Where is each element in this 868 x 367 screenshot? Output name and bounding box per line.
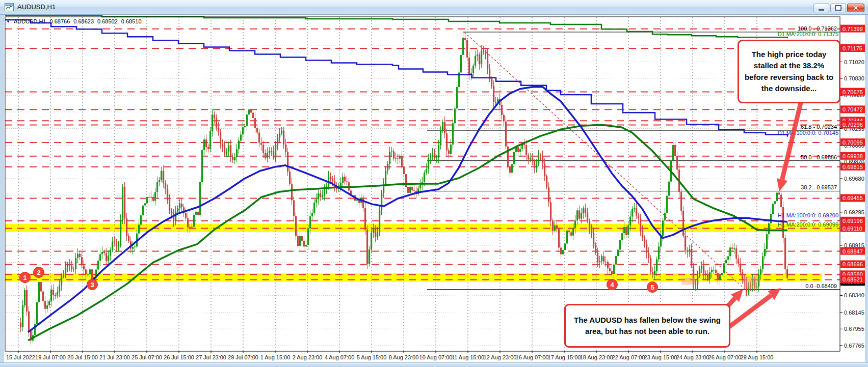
key-level-label: 0.70095 — [843, 139, 863, 146]
swing-marker-1: 1 — [19, 272, 31, 283]
time-label: 12 Aug 23:00 — [484, 354, 517, 360]
title-bar[interactable]: AUDUSD,H1 ✕ — [0, 0, 868, 15]
time-label: 25 Jul 07:00 — [131, 354, 162, 360]
time-label: 23 Aug 15:00 — [644, 354, 677, 360]
price-label: 0.68340 — [844, 292, 864, 298]
key-level-label: 0.71399 — [843, 26, 863, 32]
price-label: 0.70830 — [844, 75, 864, 81]
time-label: 16 Aug 07:00 — [516, 354, 549, 360]
time-label: 2 Aug 23:00 — [293, 354, 323, 360]
price-label: 0.69295 — [844, 209, 864, 215]
chart-icon — [5, 3, 14, 11]
fib-label: 50.0 - 0.69886 — [801, 154, 837, 160]
restore-button[interactable] — [830, 4, 846, 12]
time-label: 4 Aug 07:00 — [325, 354, 355, 360]
symbol-dropdown-icon[interactable]: ▼ — [6, 19, 10, 24]
time-label: 8 Aug 23:00 — [389, 354, 419, 360]
fib-label: 61.8 - 0.70234 — [801, 124, 837, 130]
key-level-label: 0.70472 — [843, 106, 863, 112]
time-label: 15 Jul 2022 — [6, 354, 35, 360]
annotation-bottom-text: The AUDUSD has fallen below the swing ar… — [570, 315, 725, 337]
annotation-top-box: The high price today stalled at the 38.2… — [738, 40, 840, 103]
key-level-label: 0.68847 — [843, 248, 863, 255]
h1ma200-label: H1 MA:200:0:0: 0.69099 — [778, 221, 838, 228]
swing-marker-3: 3 — [87, 279, 98, 290]
key-level-label: 0.68521 — [843, 276, 863, 283]
key-level-label: 0.69110 — [843, 225, 862, 232]
ohlc-high: 0.68623 — [73, 18, 94, 24]
ohlc-low: 0.68502 — [97, 18, 118, 24]
window-title: AUDUSD,H1 — [17, 3, 56, 11]
h1ma100-label: H1 MA:100:0:0: 0.69200 — [778, 212, 838, 218]
restore-icon — [835, 5, 841, 11]
time-label: 24 Aug 23:00 — [676, 354, 709, 360]
time-label: 10 Aug 07:00 — [419, 354, 453, 360]
chart-panel: 0.710200.708300.706350.702550.700600.698… — [4, 15, 865, 362]
price-label: 0.67955 — [844, 326, 864, 332]
minimize-button[interactable] — [813, 4, 829, 12]
swing-marker-5: 5 — [647, 281, 658, 293]
application-window: AUDUSD,H1 ✕ 0.710200.708300.706350.70255… — [0, 0, 868, 367]
annotation-bottom-box: The AUDUSD has fallen below the swing ar… — [564, 304, 730, 348]
price-label: 0.68145 — [844, 309, 864, 316]
ohlc-symbol: AUDUSD,H1 — [14, 18, 46, 24]
time-label: 11 Aug 15:00 — [452, 354, 484, 360]
time-label: 18 Aug 23:00 — [580, 354, 613, 360]
swing-marker-4: 4 — [607, 279, 618, 290]
price-label: 0.69680 — [844, 176, 864, 182]
time-label: 22 Aug 07:00 — [612, 354, 645, 360]
close-icon: ✕ — [853, 5, 858, 11]
time-label: 20 Jul 15:00 — [67, 354, 98, 360]
time-label: 19 Jul 07:00 — [35, 354, 66, 360]
window-controls: ✕ — [813, 4, 864, 12]
time-label: 17 Aug 15:00 — [548, 354, 581, 360]
time-label: 5 Aug 15:00 — [357, 354, 387, 360]
fib-label: 38.2 - 0.69537 — [801, 184, 837, 190]
price-label: 0.71020 — [844, 59, 864, 65]
ohlc-open: 0.68766 — [50, 18, 70, 24]
key-level-label: 0.70296 — [843, 122, 863, 128]
d1ma100-label: D1 MA:100:0:0: 0.70145 — [778, 130, 838, 136]
time-label: 1 Aug 15:00 — [260, 354, 291, 360]
status-bar — [0, 362, 868, 367]
swing-marker-2: 2 — [33, 267, 44, 278]
time-label: 29 Aug 15:00 — [741, 354, 774, 360]
time-label: 26 Jul 15:00 — [164, 354, 194, 360]
key-level-label: 0.69455 — [843, 195, 863, 201]
close-button[interactable]: ✕ — [847, 4, 864, 12]
key-level-label: 0.71175 — [843, 45, 862, 51]
ohlc-header: ▼ AUDUSD,H1 0.68766 0.68623 0.68502 0.68… — [6, 18, 142, 24]
ohlc-close: 0.68510 — [121, 18, 142, 24]
key-level-label: 0.69196 — [843, 218, 863, 224]
time-label: 26 Aug 07:00 — [708, 354, 742, 360]
time-label: 27 Jul 23:00 — [196, 354, 226, 360]
price-chart[interactable]: 0.710200.708300.706350.702550.700600.698… — [4, 15, 865, 362]
key-level-label: 0.68696 — [843, 261, 863, 267]
minimize-icon — [819, 9, 824, 11]
fib-label: 0.0 -0.68409 — [805, 283, 837, 289]
annotation-top-text: The high price today stalled at the 38.2… — [743, 49, 835, 95]
key-level-label: 0.69815 — [843, 164, 863, 170]
key-level-label: 0.70675 — [843, 89, 863, 95]
price-label: 0.67765 — [844, 343, 864, 349]
time-label: 29 Jul 07:00 — [228, 354, 258, 360]
key-level-label: 0.69938 — [843, 153, 863, 159]
time-label: 21 Jul 23:00 — [99, 354, 130, 360]
d1ma200-label: D1 MA:200:0:0: 0.71375 — [778, 31, 838, 37]
